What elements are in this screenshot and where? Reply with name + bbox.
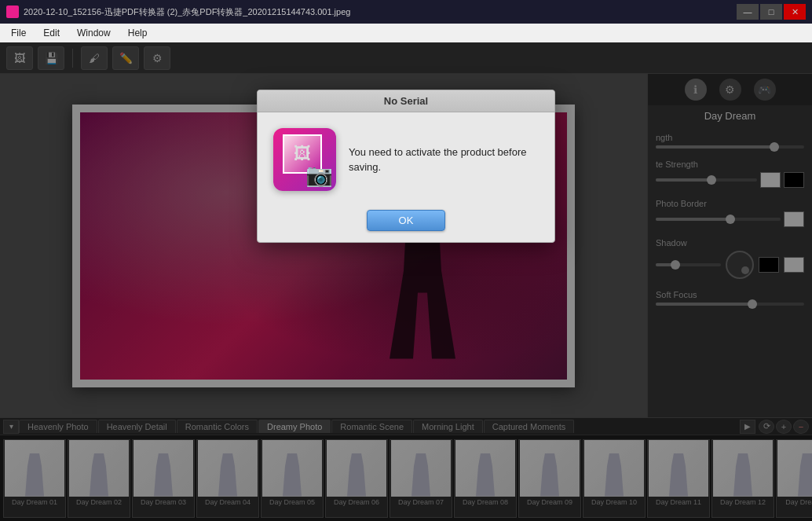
dialog-footer: OK xyxy=(258,204,554,242)
menu-edit[interactable]: Edit xyxy=(35,26,68,40)
minimize-button[interactable]: — xyxy=(737,4,759,20)
menu-bar: File Edit Window Help xyxy=(0,24,812,42)
title-bar: 2020-12-10_152156-迅捷PDF转换器 (2)_赤兔PDF转换器_… xyxy=(0,0,812,24)
dialog-preview: 🖼 xyxy=(283,134,322,174)
dialog-title: No Serial xyxy=(258,90,554,112)
close-button[interactable]: ✕ xyxy=(784,4,806,20)
menu-help[interactable]: Help xyxy=(120,26,155,40)
dialog-ok-button[interactable]: OK xyxy=(367,210,446,231)
app-icon xyxy=(6,6,19,18)
maximize-button[interactable]: □ xyxy=(760,4,782,20)
dialog-message: You need to activate the product before … xyxy=(349,145,539,175)
dialog: No Serial 🖼 You need to activate the pro… xyxy=(257,90,555,243)
dialog-body: 🖼 You need to activate the product befor… xyxy=(258,112,554,204)
dialog-overlay: No Serial 🖼 You need to activate the pro… xyxy=(0,42,812,521)
window-controls: — □ ✕ xyxy=(737,4,806,20)
title-text: 2020-12-10_152156-迅捷PDF转换器 (2)_赤兔PDF转换器_… xyxy=(24,6,737,18)
dialog-icon: 🖼 xyxy=(273,128,336,191)
menu-file[interactable]: File xyxy=(3,26,34,40)
menu-window[interactable]: Window xyxy=(69,26,119,40)
